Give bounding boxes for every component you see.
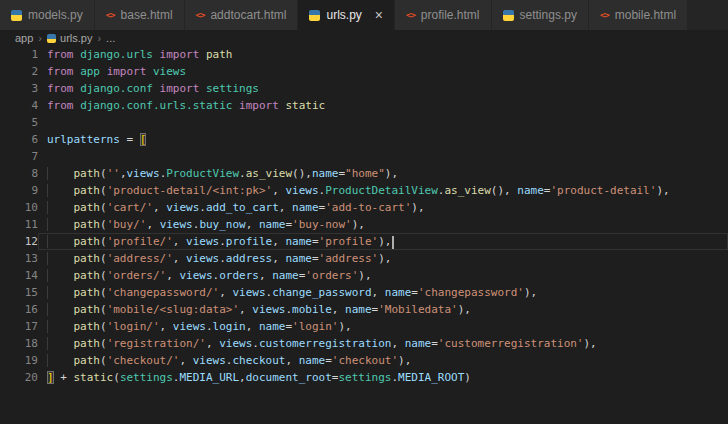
code-line-7[interactable]: 7 bbox=[0, 148, 728, 165]
token-pln: , bbox=[173, 235, 186, 248]
tab-profile.html[interactable]: <>profile.html bbox=[395, 0, 492, 30]
tab-settings.py[interactable]: settings.py bbox=[492, 0, 589, 30]
line-number[interactable]: 17 bbox=[0, 318, 38, 335]
line-number[interactable]: 6 bbox=[0, 131, 38, 148]
token-cls: ProductView bbox=[166, 167, 239, 180]
line-number[interactable]: 7 bbox=[0, 148, 38, 165]
line-number[interactable]: 19 bbox=[0, 352, 38, 369]
line-number[interactable]: 12 bbox=[0, 233, 38, 250]
breadcrumb-item-app[interactable]: app bbox=[15, 32, 33, 44]
token-str: '' bbox=[107, 167, 120, 180]
token-pln: ), bbox=[378, 235, 391, 248]
token-var: views bbox=[193, 354, 226, 367]
code-line-5[interactable]: 5 bbox=[0, 114, 728, 131]
code-line-2[interactable]: 2from app import views bbox=[0, 63, 728, 80]
line-number[interactable]: 1 bbox=[0, 46, 38, 63]
token-kw: from bbox=[47, 65, 74, 78]
token-mod: settings bbox=[120, 371, 173, 384]
tab-addtocart.html[interactable]: <>addtocart.html bbox=[185, 0, 299, 30]
token-pln: ), bbox=[411, 201, 424, 214]
code-content: from django.conf import settings bbox=[38, 80, 728, 97]
line-number[interactable]: 20 bbox=[0, 369, 38, 386]
code-line-4[interactable]: 4from django.conf.urls.static import sta… bbox=[0, 97, 728, 114]
token-ind bbox=[47, 269, 74, 282]
token-mod: django.conf bbox=[80, 82, 153, 95]
code-line-15[interactable]: 15 path('changepassword/', views.change_… bbox=[0, 284, 728, 301]
tab-base.html[interactable]: <>base.html bbox=[95, 0, 185, 30]
token-pln: . bbox=[199, 201, 206, 214]
code-content: from django.urls import path bbox=[38, 46, 728, 63]
token-pln: ( bbox=[100, 218, 107, 231]
token-str: 'profile' bbox=[319, 235, 379, 248]
code-line-6[interactable]: 6urlpatterns = [ bbox=[0, 131, 728, 148]
code-line-16[interactable]: 16 path('mobile/<slug:data>', views.mobi… bbox=[0, 301, 728, 318]
line-number[interactable]: 8 bbox=[0, 165, 38, 182]
tab-mobile.html[interactable]: <>mobile.html bbox=[589, 0, 688, 30]
code-content: path('profile/', views.profile, name='pr… bbox=[38, 233, 728, 250]
token-fn: path bbox=[74, 235, 101, 248]
code-line-11[interactable]: 11 path('buy/', views.buy_now, name='buy… bbox=[0, 216, 728, 233]
line-number[interactable]: 13 bbox=[0, 250, 38, 267]
token-fn: static bbox=[74, 371, 114, 384]
code-line-3[interactable]: 3from django.conf import settings bbox=[0, 80, 728, 97]
code-line-8[interactable]: 8 path('',views.ProductView.as_view(),na… bbox=[0, 165, 728, 182]
text-cursor bbox=[392, 236, 394, 249]
token-pln: (), bbox=[491, 184, 518, 197]
token-var: profile bbox=[226, 235, 272, 248]
token-ind bbox=[47, 354, 74, 367]
close-icon[interactable]: × bbox=[375, 8, 383, 22]
token-pln: ), bbox=[352, 218, 365, 231]
code-line-13[interactable]: 13 path('address/', views.address, name=… bbox=[0, 250, 728, 267]
token-var: urlpatterns bbox=[47, 133, 120, 146]
line-number[interactable]: 9 bbox=[0, 182, 38, 199]
token-str: 'product-detail' bbox=[550, 184, 656, 197]
line-number[interactable]: 18 bbox=[0, 335, 38, 352]
token-pln: ), bbox=[524, 286, 537, 299]
token-pln: ( bbox=[100, 286, 107, 299]
token-mod: settings bbox=[206, 82, 259, 95]
code-line-14[interactable]: 14 path('orders/', views.orders, name='o… bbox=[0, 267, 728, 284]
token-ind bbox=[47, 320, 74, 333]
token-str: 'add-to-cart' bbox=[325, 201, 411, 214]
code-content: path('cart/', views.add_to_cart, name='a… bbox=[38, 199, 728, 216]
token-str: 'buy-now' bbox=[292, 218, 352, 231]
token-mod: views bbox=[153, 65, 186, 78]
tab-urls.py[interactable]: urls.py× bbox=[298, 0, 395, 30]
line-number[interactable]: 16 bbox=[0, 301, 38, 318]
code-line-20[interactable]: 20] + static(settings.MEDIA_URL,document… bbox=[0, 369, 728, 386]
token-var: views bbox=[173, 320, 206, 333]
code-line-19[interactable]: 19 path('checkout/', views.checkout, nam… bbox=[0, 352, 728, 369]
tab-models.py[interactable]: models.py bbox=[0, 0, 95, 30]
token-var: customerregistration bbox=[259, 337, 391, 350]
token-var: name bbox=[345, 303, 372, 316]
line-number[interactable]: 3 bbox=[0, 80, 38, 97]
breadcrumb-item-urls.py[interactable]: urls.py bbox=[47, 32, 92, 44]
token-str: 'login/' bbox=[107, 320, 160, 333]
token-var: views bbox=[285, 184, 318, 197]
token-pln: ( bbox=[100, 269, 107, 282]
code-line-12[interactable]: 12 path('profile/', views.profile, name=… bbox=[0, 233, 728, 250]
line-number[interactable]: 2 bbox=[0, 63, 38, 80]
line-number[interactable]: 15 bbox=[0, 284, 38, 301]
line-number[interactable]: 5 bbox=[0, 114, 38, 131]
token-pln: ), bbox=[458, 303, 471, 316]
code-line-18[interactable]: 18 path('registration/', views.customerr… bbox=[0, 335, 728, 352]
token-fn: as_view bbox=[246, 167, 292, 180]
line-number[interactable]: 11 bbox=[0, 216, 38, 233]
line-number[interactable]: 14 bbox=[0, 267, 38, 284]
token-pln: = bbox=[431, 337, 438, 350]
token-pln: = bbox=[312, 252, 319, 265]
code-line-10[interactable]: 10 path('cart/', views.add_to_cart, name… bbox=[0, 199, 728, 216]
tab-label: addtocart.html bbox=[210, 8, 286, 22]
line-number[interactable]: 10 bbox=[0, 199, 38, 216]
line-number[interactable]: 4 bbox=[0, 97, 38, 114]
tab-label: urls.py bbox=[326, 8, 361, 22]
code-line-17[interactable]: 17 path('login/', views.login, name='log… bbox=[0, 318, 728, 335]
code-content: urlpatterns = [ bbox=[38, 131, 728, 148]
code-line-1[interactable]: 1from django.urls import path bbox=[0, 46, 728, 63]
code-line-9[interactable]: 9 path('product-detail/<int:pk>', views.… bbox=[0, 182, 728, 199]
token-ind bbox=[47, 218, 74, 231]
breadcrumb-item-...[interactable]: ... bbox=[106, 32, 115, 44]
editor[interactable]: 1from django.urls import path2from app i… bbox=[0, 46, 728, 386]
html-icon: <> bbox=[600, 10, 609, 20]
